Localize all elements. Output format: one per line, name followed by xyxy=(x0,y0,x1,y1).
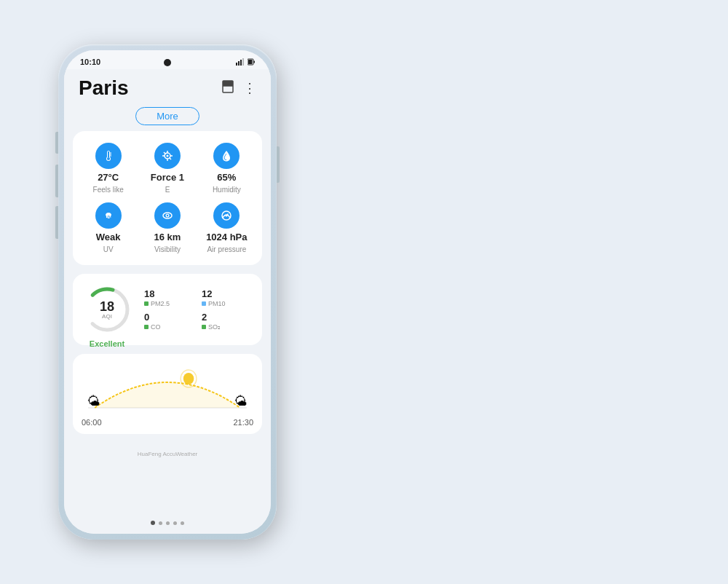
svg-rect-5 xyxy=(254,61,256,63)
pm25-value: 18 xyxy=(144,288,196,299)
phone-frame: 10:10 Paris xyxy=(58,44,277,540)
svg-point-13 xyxy=(107,157,110,160)
page-dot-1 xyxy=(159,521,162,525)
stat-visibility: 16 km Visibility xyxy=(141,202,194,253)
humidity-label: Humidity xyxy=(213,186,241,194)
uv-value: Weak xyxy=(96,232,121,242)
menu-icon[interactable]: ⋮ xyxy=(243,80,256,96)
sunrise-sunset-card: 🌤 🌤 06:00 21:30 xyxy=(73,354,262,434)
page-dot-4 xyxy=(181,521,184,525)
city-name: Paris xyxy=(79,76,129,100)
battery-icon xyxy=(248,58,255,66)
wind-icon xyxy=(154,143,181,169)
stat-uv: UV Weak UV xyxy=(82,202,135,253)
page-dot-0 xyxy=(151,521,155,525)
pm10-dot xyxy=(202,301,206,306)
stat-feels-like: 27°C Feels like xyxy=(82,143,135,194)
app-header: Paris ⋮ xyxy=(64,69,271,104)
weather-stats-card: 27°C Feels like xyxy=(73,131,262,265)
svg-rect-0 xyxy=(236,63,237,66)
stat-wind: Force 1 E xyxy=(141,143,194,194)
thermometer-icon xyxy=(95,143,122,169)
pm25-label: PM2.5 xyxy=(144,300,196,307)
eye-icon xyxy=(154,202,181,229)
feels-like-label: Feels like xyxy=(93,186,124,194)
wind-label: E xyxy=(165,186,170,194)
svg-point-29 xyxy=(167,215,168,216)
aqi-pm10: 12 PM10 xyxy=(202,288,253,307)
app-content[interactable]: Paris ⋮ More xyxy=(64,69,271,515)
page-indicators xyxy=(151,521,184,525)
svg-line-23 xyxy=(169,158,171,160)
volume-down-button[interactable] xyxy=(55,206,58,239)
attribution-wrap: HuaFeng AccuWeather xyxy=(64,443,271,465)
co-value: 0 xyxy=(144,312,196,323)
attribution-text: HuaFeng AccuWeather xyxy=(138,451,198,457)
aqi-circle: 18 AQI Excellent xyxy=(82,284,132,335)
bookmark-icon[interactable] xyxy=(221,80,234,96)
phone-screen: 10:10 Paris xyxy=(64,50,271,534)
feels-like-value: 27°C xyxy=(98,172,119,183)
svg-rect-6 xyxy=(248,60,253,64)
page-dot-2 xyxy=(166,521,170,525)
aqi-label-text: AQI xyxy=(100,313,114,320)
uv-label: UV xyxy=(103,245,114,253)
bottom-bar xyxy=(64,515,271,534)
sunrise-time: 06:00 xyxy=(82,418,102,427)
visibility-value: 16 km xyxy=(154,232,181,242)
svg-rect-3 xyxy=(242,58,244,66)
sun-times: 06:00 21:30 xyxy=(82,418,253,427)
volume-silent-button[interactable] xyxy=(55,132,58,154)
co-label: CO xyxy=(144,323,196,331)
svg-line-22 xyxy=(164,152,166,154)
pm10-label: PM10 xyxy=(202,300,253,307)
sunset-icon: 🌤 xyxy=(234,394,248,409)
more-button[interactable]: More xyxy=(135,107,199,125)
pm10-value: 12 xyxy=(202,288,253,299)
aqi-card: 18 AQI Excellent 18 PM2.5 12 xyxy=(73,274,262,345)
so2-dot xyxy=(202,325,206,329)
humidity-value: 65% xyxy=(217,172,236,183)
aqi-pm25: 18 PM2.5 xyxy=(144,288,196,307)
sun-arc: 🌤 🌤 xyxy=(82,364,253,415)
svg-rect-12 xyxy=(108,151,109,157)
aqi-co: 0 CO xyxy=(144,312,196,331)
aqi-center: 18 AQI xyxy=(100,300,114,320)
status-bar: 10:10 xyxy=(64,50,271,69)
svg-text:UV: UV xyxy=(105,215,111,219)
power-button[interactable] xyxy=(277,146,280,183)
aqi-so2: 2 SO₂ xyxy=(202,312,253,331)
aqi-details: 18 PM2.5 12 PM10 0 xyxy=(144,288,253,331)
visibility-label: Visibility xyxy=(154,245,181,253)
header-actions[interactable]: ⋮ xyxy=(221,80,256,96)
more-button-wrap: More xyxy=(64,107,271,125)
volume-up-button[interactable] xyxy=(55,165,58,197)
svg-point-24 xyxy=(166,155,168,157)
co-dot xyxy=(144,325,149,329)
svg-point-36 xyxy=(183,373,194,384)
humidity-icon xyxy=(213,143,240,169)
stat-humidity: 65% Humidity xyxy=(200,143,253,194)
pressure-value: 1024 hPa xyxy=(206,232,247,242)
pressure-icon xyxy=(213,202,240,229)
svg-rect-8 xyxy=(223,81,233,86)
uv-icon: UV xyxy=(95,202,122,229)
svg-rect-1 xyxy=(238,61,240,66)
svg-rect-2 xyxy=(240,60,242,66)
stats-grid: 27°C Feels like xyxy=(82,143,253,253)
pm25-dot xyxy=(144,301,149,306)
status-time: 10:10 xyxy=(80,58,100,66)
sunrise-icon: 🌤 xyxy=(87,394,100,409)
aqi-number: 18 xyxy=(100,300,114,313)
stat-pressure: 1024 hPa Air pressure xyxy=(200,202,253,253)
camera-notch xyxy=(164,59,171,66)
so2-value: 2 xyxy=(202,312,253,323)
status-icons xyxy=(236,58,255,66)
page-dot-3 xyxy=(173,521,177,525)
pressure-label: Air pressure xyxy=(207,245,246,253)
signal-icon xyxy=(236,58,245,66)
so2-label: SO₂ xyxy=(202,323,253,331)
wind-value: Force 1 xyxy=(151,172,184,183)
sunset-time: 21:30 xyxy=(233,418,253,427)
